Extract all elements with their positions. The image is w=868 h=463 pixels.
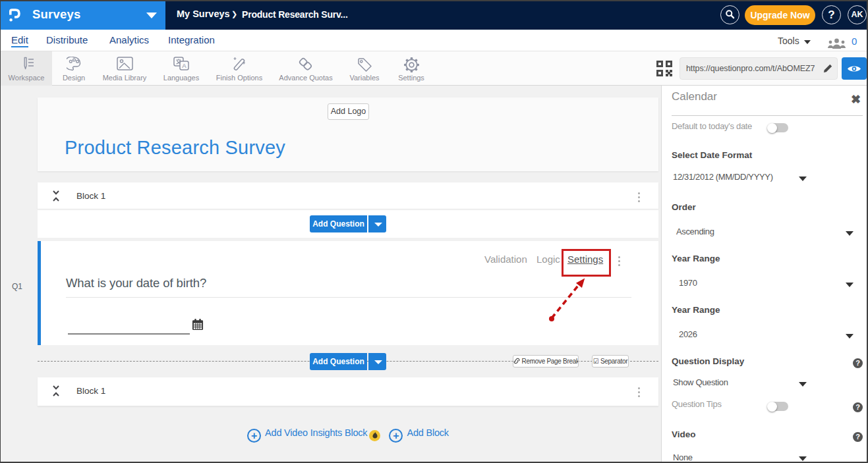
svg-text:A: A [182, 62, 187, 69]
